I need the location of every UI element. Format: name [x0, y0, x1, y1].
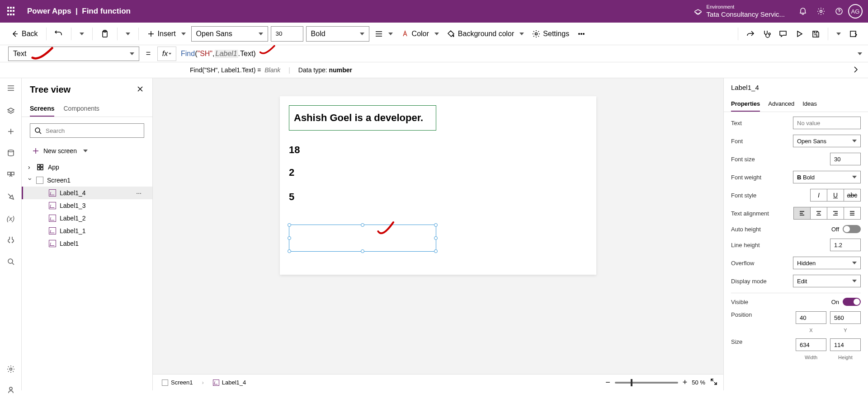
- bgcolor-button[interactable]: Background color: [444, 28, 527, 40]
- app-checker-button[interactable]: [760, 28, 774, 40]
- formula-input[interactable]: Find("SH", Label1.Text): [176, 49, 852, 59]
- resize-handle[interactable]: [288, 249, 291, 253]
- fit-screen-button[interactable]: [710, 378, 718, 387]
- resize-handle[interactable]: [434, 249, 438, 253]
- align-center-button[interactable]: [810, 207, 827, 220]
- align-left-button[interactable]: [793, 207, 811, 220]
- property-select[interactable]: Text: [8, 47, 139, 61]
- tab-properties[interactable]: Properties: [731, 97, 760, 112]
- tools-rail-icon[interactable]: [5, 234, 16, 245]
- canvas-label-main[interactable]: Ashish Goel is a developer.: [289, 105, 436, 131]
- canvas-label-2[interactable]: 2: [289, 167, 587, 178]
- resize-handle[interactable]: [288, 223, 291, 227]
- user-avatar[interactable]: AG: [848, 4, 863, 19]
- comments-button[interactable]: [776, 28, 790, 40]
- visible-toggle[interactable]: [843, 298, 861, 306]
- variables-rail-icon[interactable]: (x): [5, 213, 16, 224]
- canvas-selected-label[interactable]: [289, 225, 436, 252]
- prop-font-select[interactable]: Open Sans: [793, 135, 861, 147]
- color-button[interactable]: Color: [398, 28, 442, 40]
- tree-item-app[interactable]: › App: [22, 160, 152, 174]
- tab-screens[interactable]: Screens: [30, 101, 54, 117]
- settings-rail-icon[interactable]: [7, 365, 15, 375]
- media-rail-icon[interactable]: [5, 169, 16, 180]
- tree-item-screen1[interactable]: › Screen1: [22, 174, 152, 187]
- flows-rail-icon[interactable]: [5, 191, 16, 202]
- align-justify-button[interactable]: [844, 207, 861, 220]
- prop-height-input[interactable]: [830, 338, 861, 351]
- prop-lineheight-input[interactable]: [830, 239, 861, 251]
- tree-item-more-button[interactable]: ···: [132, 189, 146, 197]
- tree-item-label1-2[interactable]: Label1_2: [22, 212, 152, 225]
- save-button[interactable]: [809, 28, 822, 40]
- undo-button[interactable]: [52, 28, 66, 40]
- search-rail-icon[interactable]: [5, 256, 16, 267]
- share-button[interactable]: [744, 28, 757, 40]
- resize-handle[interactable]: [434, 236, 438, 240]
- data-rail-icon[interactable]: [5, 148, 16, 159]
- prop-displaymode-select[interactable]: Edit: [793, 275, 861, 287]
- zoom-in-button[interactable]: +: [683, 378, 688, 387]
- hamburger-icon[interactable]: [5, 83, 16, 94]
- tab-advanced[interactable]: Advanced: [768, 97, 794, 112]
- canvas-label-5[interactable]: 5: [289, 191, 587, 203]
- fx-button[interactable]: fx: [157, 47, 176, 61]
- tree-search-input[interactable]: [46, 127, 140, 134]
- prop-text-input[interactable]: [793, 117, 861, 129]
- resize-handle[interactable]: [361, 223, 364, 227]
- prop-overflow-select[interactable]: Hidden: [793, 257, 861, 269]
- settings-icon[interactable]: [812, 2, 830, 20]
- zoom-out-button[interactable]: −: [605, 378, 610, 387]
- play-button[interactable]: [793, 28, 806, 40]
- tree-item-label1-1[interactable]: Label1_1: [22, 225, 152, 237]
- tree-close-button[interactable]: [136, 85, 144, 95]
- back-button[interactable]: Back: [8, 28, 41, 40]
- resize-handle[interactable]: [288, 236, 291, 240]
- app-launcher-icon[interactable]: [5, 5, 18, 18]
- formula-expand-button[interactable]: [852, 52, 868, 55]
- breadcrumb-control[interactable]: Label1_4: [209, 377, 250, 388]
- copilot-rail-icon[interactable]: [7, 386, 15, 396]
- insert-rail-icon[interactable]: [5, 126, 16, 137]
- resize-handle[interactable]: [434, 223, 438, 227]
- italic-button[interactable]: I: [810, 189, 827, 202]
- publish-button[interactable]: [846, 28, 860, 40]
- result-next-button[interactable]: [852, 66, 860, 75]
- strikethrough-button[interactable]: abc: [844, 189, 861, 202]
- undo-dropdown[interactable]: [77, 31, 87, 37]
- font-select[interactable]: Open Sans: [191, 26, 268, 42]
- tree-item-label1[interactable]: Label1: [22, 237, 152, 250]
- prop-fontsize-input[interactable]: [830, 153, 861, 165]
- autoheight-toggle[interactable]: [843, 225, 861, 233]
- tab-ideas[interactable]: Ideas: [802, 97, 817, 112]
- canvas-area[interactable]: Ashish Goel is a developer. 18 2 5: [153, 78, 723, 374]
- canvas-label-18[interactable]: 18: [289, 144, 587, 156]
- prop-y-input[interactable]: [830, 311, 861, 324]
- more-button[interactable]: [575, 28, 588, 40]
- save-dropdown[interactable]: [834, 31, 844, 37]
- tree-item-label1-4[interactable]: Label1_4 ···: [22, 187, 152, 199]
- breadcrumb-screen[interactable]: Screen1: [158, 377, 196, 388]
- tree-item-label1-3[interactable]: Label1_3: [22, 199, 152, 212]
- paste-button[interactable]: [98, 28, 112, 40]
- tree-view-icon[interactable]: [5, 104, 16, 115]
- tab-components[interactable]: Components: [63, 101, 99, 117]
- align-right-button[interactable]: [827, 207, 844, 220]
- insert-button[interactable]: Insert: [144, 28, 189, 40]
- prop-fontweight-select[interactable]: B Bold: [793, 171, 861, 183]
- prop-x-input[interactable]: [796, 311, 826, 324]
- screen-preview[interactable]: Ashish Goel is a developer. 18 2 5: [280, 96, 596, 275]
- new-screen-button[interactable]: New screen: [22, 144, 152, 158]
- font-size-input[interactable]: [271, 26, 303, 42]
- settings-button[interactable]: Settings: [529, 28, 572, 40]
- tree-search[interactable]: [30, 123, 144, 138]
- align-button[interactable]: [372, 28, 396, 40]
- help-icon[interactable]: [830, 2, 848, 20]
- zoom-slider[interactable]: [615, 382, 678, 384]
- resize-handle[interactable]: [361, 249, 364, 253]
- notifications-icon[interactable]: [794, 2, 812, 20]
- paste-dropdown[interactable]: [123, 31, 133, 37]
- environment-selector[interactable]: Environment Tata Consultancy Servic...: [694, 4, 785, 18]
- font-weight-select[interactable]: Bold: [306, 26, 369, 42]
- prop-width-input[interactable]: [796, 338, 826, 351]
